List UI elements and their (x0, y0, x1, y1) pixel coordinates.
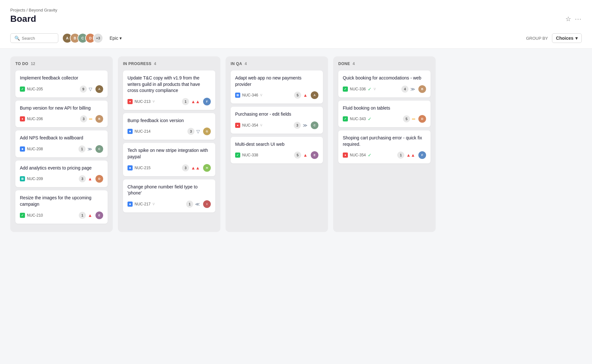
card[interactable]: Add NPS feedback to wallboard ■ NUC-208 … (15, 130, 108, 157)
card[interactable]: Update T&C copy with v1.9 from the write… (123, 70, 215, 110)
column-title: IN PROGRESS (123, 62, 152, 66)
card-id: NUC-338 (242, 153, 258, 157)
card-footer: ● NUC-206 3 ═ B (20, 115, 103, 123)
card-title: Bump version for new API for billing (20, 105, 103, 112)
card-avatar: I (203, 200, 211, 208)
card-count: 3 (79, 175, 86, 182)
card-footer: ⊞ NUC-209 3 ▲ D (20, 175, 103, 183)
column-title: IN QA (231, 62, 242, 66)
card-title: Shoping cart purchasing error - quick fi… (343, 135, 426, 147)
choices-label: Choices (556, 36, 573, 41)
choices-button[interactable]: Choices ▾ (552, 33, 582, 43)
card-count: 1 (79, 212, 86, 219)
check-icon: ✓ (368, 153, 372, 158)
column-header: DONE 4 (338, 62, 431, 66)
card-avatar: G (203, 128, 211, 135)
avatar-count[interactable]: +3 (93, 33, 103, 43)
column-count: 4 (245, 62, 247, 66)
card-title: Update T&C copy with v1.9 from the write… (127, 75, 211, 94)
branch-icon: ⑂ (260, 93, 262, 97)
card-id: NUC-217 (135, 202, 151, 206)
card-count: 3 (294, 122, 301, 129)
column-count: 12 (31, 62, 35, 66)
card[interactable]: Resize the images for the upcoming campa… (15, 190, 108, 223)
card-badge-icon: ✓ (20, 213, 25, 218)
card-title: Implement feedback collector (20, 75, 103, 81)
card-title: Add analytics events to pricing page (20, 165, 103, 171)
card-avatar: D (418, 115, 426, 123)
card-avatar: E (95, 211, 103, 219)
priority-icon: ▽ (196, 129, 200, 134)
card-footer: ✓ NUC-338 5 ▲ E (235, 151, 318, 159)
card[interactable]: Bump feedback icon version ■ NUC-214 3 ▽… (123, 113, 215, 140)
column-count: 4 (154, 62, 156, 66)
card-count: 4 (401, 86, 408, 93)
column-inqa: IN QA 4 Adapt web app no new payments pr… (226, 56, 328, 232)
priority-icon: ▽ (89, 87, 92, 92)
priority-icon: ═ (412, 116, 415, 121)
card-footer: ✓ NUC-205 9 ▽ A (20, 85, 103, 93)
card-badge-icon: ■ (127, 202, 133, 207)
card-badge-icon: ✓ (343, 116, 348, 121)
card-avatar: C (95, 145, 103, 153)
card-footer: ● NUC-354 ✓ 1 ▲▲ F (343, 151, 426, 159)
card-avatar: D (95, 175, 103, 183)
card-avatar: F (203, 98, 211, 105)
card-avatar: B (95, 115, 103, 123)
board: TO DO 12 Implement feedback collector ✓ … (0, 49, 592, 240)
card-title: Bump feedback icon version (127, 118, 211, 124)
column-inprogress: IN PROGRESS 4 Update T&C copy with v1.9 … (118, 56, 220, 232)
card-id: NUC-208 (27, 147, 43, 151)
card[interactable]: Add analytics events to pricing page ⊞ N… (15, 161, 108, 187)
card-badge-icon: ■ (127, 165, 133, 170)
card-badge-icon: ● (20, 116, 25, 121)
card-avatar: H (203, 164, 211, 172)
card-count: 5 (403, 115, 410, 122)
card-footer: ■ NUC-208 1 ≫ C (20, 145, 103, 153)
card[interactable]: Change phone number field type to 'phone… (123, 179, 215, 212)
card-count: 1 (182, 98, 189, 105)
toolbar-right: GROUP BY Choices ▾ (526, 33, 582, 43)
card-title: Resize the images for the upcoming campa… (20, 195, 103, 207)
card-footer: ✓ NUC-210 1 ▲ E (20, 211, 103, 219)
card-count: 9 (80, 86, 87, 93)
priority-icon: ▲ (88, 213, 92, 218)
card[interactable]: Multi-dest search UI web ✓ NUC-338 5 ▲ E (231, 137, 323, 164)
column-header: TO DO 12 (15, 62, 108, 66)
card-id: NUC-336 (350, 87, 366, 91)
card-count: 1 (78, 145, 86, 153)
card-id: NUC-343 (350, 117, 366, 121)
priority-icon: ▲ (303, 93, 308, 98)
card-count: 3 (80, 115, 87, 122)
card-title: Add NPS feedback to wallboard (20, 135, 103, 141)
card[interactable]: Shoping cart purchasing error - quick fi… (338, 130, 431, 163)
card[interactable]: Quick booking for accomodations - web ✓ … (338, 70, 431, 97)
card[interactable]: Implement feedback collector ✓ NUC-205 9… (15, 70, 108, 97)
epic-filter-button[interactable]: Epic ▾ (107, 34, 124, 43)
card-badge-icon: ■ (20, 146, 25, 152)
card-badge-icon: ● (127, 99, 133, 104)
priority-icon: ▲ (88, 176, 92, 181)
card[interactable]: Tech spike on new stripe integration wit… (123, 143, 215, 176)
card-footer: ● NUC-354 ⑂ 3 ≫ C (235, 121, 318, 129)
priority-icon: ═ (89, 116, 92, 121)
card-count: 1 (397, 152, 404, 159)
search-box: 🔍 (10, 33, 58, 43)
card-id: NUC-215 (135, 166, 151, 170)
card[interactable]: Fluid booking on tablets ✓ NUC-343 ✓ 5 ═… (338, 101, 431, 128)
star-button[interactable]: ☆ (565, 15, 571, 23)
card-badge-icon: ✓ (235, 153, 240, 158)
search-input[interactable] (22, 36, 54, 41)
card-badge-icon: ■ (127, 129, 133, 134)
card-footer: ⊞ NUC-346 ⑂ 5 ▲ A (235, 91, 318, 99)
column-header: IN PROGRESS 4 (123, 62, 215, 66)
card[interactable]: Adapt web app no new payments provider ⊞… (231, 70, 323, 103)
chevron-down-icon: ▾ (119, 36, 122, 41)
card-avatar: B (418, 85, 426, 93)
card[interactable]: Bump version for new API for billing ● N… (15, 101, 108, 128)
card-avatar: F (418, 151, 426, 159)
header: Projects / Beyond Gravity Board ☆ ··· 🔍 … (0, 0, 592, 49)
card-id: NUC-354 (242, 123, 258, 128)
card[interactable]: Purchasing error - edit fields ● NUC-354… (231, 107, 323, 134)
more-button[interactable]: ··· (575, 16, 582, 22)
